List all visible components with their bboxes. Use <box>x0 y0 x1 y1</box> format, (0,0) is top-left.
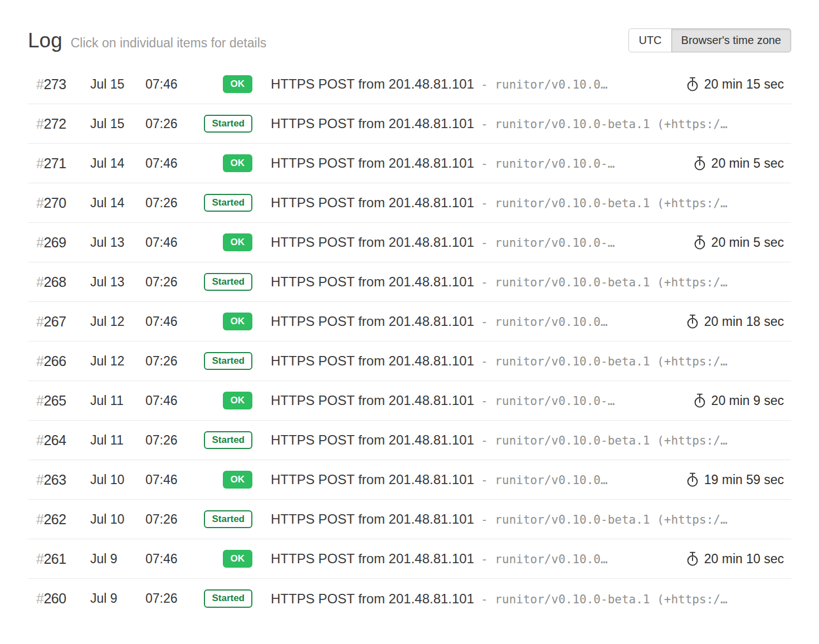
row-agent-text: - runitor/v0.10.0… <box>481 78 608 91</box>
row-duration: 20 min 5 sec <box>693 235 791 250</box>
row-id-hash: # <box>36 551 43 567</box>
row-agent-text: - runitor/v0.10.0… <box>481 474 608 487</box>
log-row[interactable]: #265 Jul 11 07:46 OK HTTPS POST from 201… <box>28 381 791 421</box>
row-id-hash: # <box>36 432 43 448</box>
row-duration: 20 min 9 sec <box>693 393 791 408</box>
title-group: Log Click on individual items for detail… <box>28 30 266 51</box>
row-id-hash: # <box>36 76 43 92</box>
log-row[interactable]: #262 Jul 10 07:26 Started HTTPS POST fro… <box>28 500 791 539</box>
row-agent-text: - runitor/v0.10.0-beta.1 (+https:/… <box>481 118 728 131</box>
row-duration-text: 20 min 5 sec <box>711 235 784 250</box>
row-agent-text: - runitor/v0.10.0-beta.1 (+https:/… <box>481 355 728 368</box>
row-id-number: 263 <box>43 472 66 487</box>
row-event-text: HTTPS POST from 201.48.81.101 <box>271 551 474 567</box>
row-description: HTTPS POST from 201.48.81.101 - runitor/… <box>261 76 677 92</box>
row-event-text: HTTPS POST from 201.48.81.101 <box>271 76 474 92</box>
row-description: HTTPS POST from 201.48.81.101 - runitor/… <box>261 551 677 567</box>
status-badge: Started <box>204 431 252 449</box>
log-row[interactable]: #261 Jul 9 07:46 OK HTTPS POST from 201.… <box>28 539 791 579</box>
row-duration: 19 min 59 sec <box>686 472 791 487</box>
row-id: #267 <box>28 314 90 330</box>
page-title: Log <box>28 30 62 51</box>
row-event-text: HTTPS POST from 201.48.81.101 <box>271 116 474 131</box>
log-row[interactable]: #268 Jul 13 07:26 Started HTTPS POST fro… <box>28 262 791 302</box>
log-row[interactable]: #263 Jul 10 07:46 OK HTTPS POST from 201… <box>28 460 791 500</box>
log-table: #273 Jul 15 07:46 OK HTTPS POST from 201… <box>28 65 791 618</box>
row-id-number: 266 <box>43 353 66 369</box>
status-badge: OK <box>223 75 253 93</box>
row-id: #269 <box>28 235 90 251</box>
row-date: Jul 15 <box>90 116 145 131</box>
row-event-text: HTTPS POST from 201.48.81.101 <box>271 314 474 329</box>
log-row[interactable]: #266 Jul 12 07:26 Started HTTPS POST fro… <box>28 341 791 381</box>
row-event-text: HTTPS POST from 201.48.81.101 <box>271 195 474 211</box>
row-agent-text: - runitor/v0.10.0-beta.1 (+https:/… <box>481 513 728 526</box>
row-id-number: 269 <box>43 235 66 250</box>
status-badge: Started <box>204 510 252 528</box>
row-event-text: HTTPS POST from 201.48.81.101 <box>271 393 474 408</box>
row-id-number: 271 <box>43 155 66 171</box>
row-event-text: HTTPS POST from 201.48.81.101 <box>271 353 474 369</box>
row-time: 07:26 <box>145 591 199 606</box>
row-time: 07:26 <box>145 433 199 448</box>
stopwatch-icon <box>693 393 706 408</box>
row-id-number: 267 <box>43 314 66 329</box>
row-time: 07:46 <box>145 393 199 408</box>
row-event-text: HTTPS POST from 201.48.81.101 <box>271 591 474 607</box>
row-id-number: 272 <box>43 116 66 131</box>
row-duration-text: 20 min 9 sec <box>711 393 784 408</box>
row-id-hash: # <box>36 116 43 131</box>
log-row[interactable]: #269 Jul 13 07:46 OK HTTPS POST from 201… <box>28 223 791 262</box>
row-date: Jul 13 <box>90 235 145 250</box>
row-date: Jul 9 <box>90 552 145 567</box>
row-status-cell: Started <box>199 431 261 449</box>
row-id-hash: # <box>36 235 43 250</box>
row-agent-text: - runitor/v0.10.0-… <box>481 394 615 408</box>
row-status-cell: OK <box>199 313 261 330</box>
stopwatch-icon <box>686 314 699 329</box>
row-time: 07:26 <box>145 512 199 527</box>
log-row[interactable]: #273 Jul 15 07:46 OK HTTPS POST from 201… <box>28 65 791 104</box>
log-page: Log Click on individual items for detail… <box>0 0 819 618</box>
row-time: 07:26 <box>145 196 199 211</box>
row-event-text: HTTPS POST from 201.48.81.101 <box>271 432 474 448</box>
row-description: HTTPS POST from 201.48.81.101 - runitor/… <box>261 591 791 607</box>
row-agent-text: - runitor/v0.10.0… <box>481 315 608 329</box>
log-row[interactable]: #267 Jul 12 07:46 OK HTTPS POST from 201… <box>28 302 791 341</box>
log-row[interactable]: #260 Jul 9 07:26 Started HTTPS POST from… <box>28 579 791 618</box>
status-badge: Started <box>204 273 252 291</box>
row-duration: 20 min 10 sec <box>686 552 791 567</box>
row-duration-text: 20 min 5 sec <box>711 156 784 171</box>
row-time: 07:46 <box>145 314 199 329</box>
row-description: HTTPS POST from 201.48.81.101 - runitor/… <box>261 155 684 171</box>
stopwatch-icon <box>686 552 699 567</box>
status-badge: OK <box>223 471 253 489</box>
row-status-cell: OK <box>199 550 261 568</box>
browser-timezone-button[interactable]: Browser's time zone <box>671 28 791 52</box>
row-id-number: 268 <box>43 274 66 290</box>
row-id: #265 <box>28 393 90 409</box>
row-id: #270 <box>28 195 90 211</box>
row-description: HTTPS POST from 201.48.81.101 - runitor/… <box>261 235 684 250</box>
timezone-toggle: UTC Browser's time zone <box>628 28 791 52</box>
row-id-hash: # <box>36 591 43 606</box>
log-row[interactable]: #271 Jul 14 07:46 OK HTTPS POST from 201… <box>28 144 791 183</box>
row-status-cell: OK <box>199 471 261 489</box>
row-time: 07:46 <box>145 156 199 171</box>
row-id-number: 260 <box>43 591 66 606</box>
row-description: HTTPS POST from 201.48.81.101 - runitor/… <box>261 393 684 408</box>
log-row[interactable]: #270 Jul 14 07:26 Started HTTPS POST fro… <box>28 183 791 223</box>
row-description: HTTPS POST from 201.48.81.101 - runitor/… <box>261 274 791 290</box>
row-status-cell: Started <box>199 194 261 212</box>
row-time: 07:26 <box>145 354 199 369</box>
row-description: HTTPS POST from 201.48.81.101 - runitor/… <box>261 353 791 369</box>
row-time: 07:26 <box>145 116 199 131</box>
log-row[interactable]: #272 Jul 15 07:26 Started HTTPS POST fro… <box>28 104 791 144</box>
status-badge: OK <box>223 313 253 330</box>
log-row[interactable]: #264 Jul 11 07:26 Started HTTPS POST fro… <box>28 421 791 460</box>
row-event-text: HTTPS POST from 201.48.81.101 <box>271 274 474 290</box>
row-date: Jul 10 <box>90 512 145 527</box>
row-id-hash: # <box>36 195 43 211</box>
row-agent-text: - runitor/v0.10.0-beta.1 (+https:/… <box>481 593 728 606</box>
utc-button[interactable]: UTC <box>628 28 671 52</box>
